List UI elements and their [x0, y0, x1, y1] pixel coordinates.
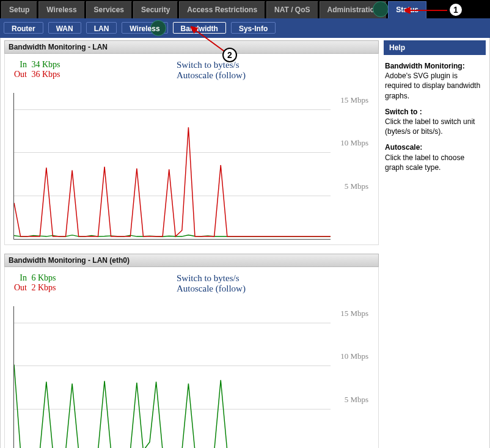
sub-nav: Router WAN LAN Wireless Bandwidth Sys-In… [0, 18, 490, 38]
help-as-heading: Autoscale: [385, 142, 485, 152]
help-bm-heading: Bandwidth Monitoring: [385, 61, 485, 71]
subtab-wan[interactable]: WAN [48, 22, 81, 34]
callout-1: 1 [448, 2, 463, 17]
callout-2: 2 [222, 48, 237, 62]
tab-setup[interactable]: Setup [1, 1, 37, 18]
subtab-sysinfo[interactable]: Sys-Info [231, 22, 276, 34]
help-sw-text: Click the label to switch unit (bytes/s … [385, 117, 475, 136]
tab-nat-qos[interactable]: NAT / QoS [266, 1, 318, 18]
switch-unit-lan[interactable]: Switch to bytes/s [177, 60, 372, 70]
help-sw-heading: Switch to : [385, 107, 485, 117]
panel-eth0-title: Bandwidth Monitoring - LAN (eth0) [4, 254, 379, 267]
subtab-bandwidth[interactable]: Bandwidth [173, 22, 226, 34]
ylabel-10: 10 Mbps [340, 138, 368, 148]
autoscale-lan[interactable]: Autoscale (follow) [177, 70, 372, 81]
panel-lan: Bandwidth Monitoring - LAN In 34 Kbps Ou… [4, 40, 379, 245]
subtab-wireless[interactable]: Wireless [122, 22, 167, 34]
ylabel-5: 5 Mbps [345, 395, 368, 405]
main-content: Bandwidth Monitoring - LAN In 34 Kbps Ou… [1, 38, 382, 448]
subtab-lan[interactable]: LAN [86, 22, 117, 34]
help-sidebar: Help Bandwidth Monitoring: Adobe's SVG p… [382, 38, 489, 448]
legend-lan: In 34 Kbps Out 36 Kbps [11, 60, 63, 81]
tab-security[interactable]: Security [133, 1, 178, 18]
chart-eth0: 15 Mbps 10 Mbps 5 Mbps [13, 306, 331, 448]
panel-lan-title: Bandwidth Monitoring - LAN [4, 40, 379, 54]
tab-wireless[interactable]: Wireless [38, 1, 84, 18]
legend-eth0: In 6 Kbps Out 2 Kbps [11, 273, 59, 294]
chart-lan-svg [14, 93, 331, 239]
ylabel-15: 15 Mbps [340, 95, 368, 105]
help-title: Help [384, 40, 486, 55]
tab-status[interactable]: Status [388, 1, 426, 18]
ylabel-10: 10 Mbps [340, 351, 368, 361]
tab-access-restrictions[interactable]: Access Restrictions [179, 1, 265, 18]
autoscale-eth0[interactable]: Autoscale (follow) [177, 284, 372, 294]
tab-administration[interactable]: Administration [320, 1, 387, 18]
subtab-router[interactable]: Router [4, 22, 43, 34]
ylabel-15: 15 Mbps [340, 309, 368, 318]
ylabel-5: 5 Mbps [345, 182, 368, 191]
chart-lan: 15 Mbps 10 Mbps 5 Mbps [13, 93, 331, 240]
panel-eth0: Bandwidth Monitoring - LAN (eth0) In 6 K… [4, 254, 379, 448]
tab-services[interactable]: Services [86, 1, 132, 18]
chart-eth0-svg [14, 306, 331, 448]
help-as-text: Click the label to choose graph scale ty… [385, 153, 464, 172]
help-bm-text: Adobe's SVG plugin is required to displa… [385, 72, 480, 100]
top-nav: Setup Wireless Services Security Access … [0, 0, 490, 18]
switch-unit-eth0[interactable]: Switch to bytes/s [177, 273, 372, 284]
